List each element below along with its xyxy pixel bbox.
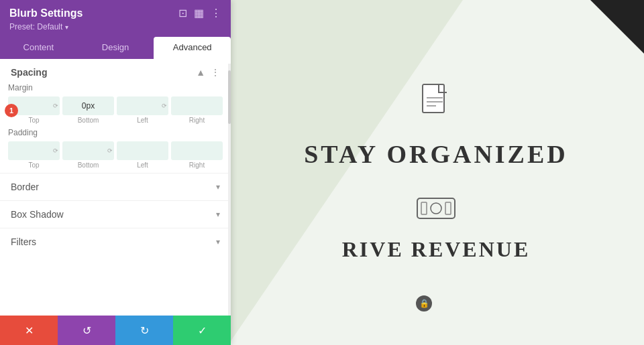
padding-bottom-cell: ⟳ Bottom: [62, 141, 114, 169]
responsive-icon[interactable]: ⊡: [178, 7, 187, 19]
more-options-icon[interactable]: ⋮: [211, 67, 220, 78]
border-chevron-icon: ▾: [216, 182, 220, 192]
margin-right-label: Right: [189, 117, 205, 124]
padding-right-cell: Right: [171, 141, 223, 169]
tab-content[interactable]: Content: [0, 37, 77, 59]
link-icon-4: ⟳: [107, 147, 113, 154]
save-button[interactable]: ✓: [173, 316, 231, 345]
preset-row[interactable]: Preset: Default ▾: [9, 22, 221, 31]
undo-button[interactable]: ↺: [58, 316, 115, 345]
margin-top-label: Top: [28, 117, 39, 124]
link-icon-2: ⟳: [162, 102, 167, 109]
preset-arrow-icon: ▾: [65, 23, 68, 31]
panel-header-icons: ⊡ ▦ ⋮: [178, 7, 221, 19]
border-label: Border: [11, 182, 39, 192]
document-icon: [420, 83, 452, 126]
margin-bottom-input[interactable]: [62, 96, 114, 115]
svg-rect-0: [423, 84, 444, 113]
money-icon: [416, 196, 456, 224]
scroll-thumb: [228, 70, 231, 124]
panel-title: Blurb Settings: [9, 7, 83, 19]
filters-chevron-icon: ▾: [216, 237, 220, 247]
padding-right-input[interactable]: [171, 141, 223, 160]
margin-left-cell: ⟳ Left: [117, 96, 168, 124]
scroll-bar: [228, 64, 231, 316]
margin-input-grid: ⟳ Top Bottom ⟳ Left: [8, 96, 223, 124]
padding-bottom-input[interactable]: [62, 141, 114, 160]
redo-button[interactable]: ↻: [115, 316, 173, 345]
padding-label: Padding: [8, 128, 223, 137]
box-shadow-chevron-icon: ▾: [216, 210, 220, 219]
panel-header: Blurb Settings ⊡ ▦ ⋮ Preset: Default ▾: [0, 0, 231, 37]
svg-rect-5: [421, 202, 427, 214]
border-section[interactable]: Border ▾: [0, 173, 231, 200]
padding-right-label: Right: [189, 161, 205, 169]
tab-advanced[interactable]: Advanced: [154, 37, 231, 59]
cancel-button[interactable]: ✕: [0, 316, 58, 345]
padding-top-cell: ⟳ Top: [8, 141, 60, 169]
preset-label: Preset: Default: [9, 22, 62, 31]
settings-panel: Blurb Settings ⊡ ▦ ⋮ Preset: Default ▾ C…: [0, 0, 231, 345]
box-shadow-section[interactable]: Box Shadow ▾: [0, 200, 231, 228]
svg-rect-6: [445, 202, 451, 214]
lock-button[interactable]: 🔒: [416, 295, 432, 312]
box-shadow-label: Box Shadow: [11, 209, 64, 220]
margin-right-cell: Right: [171, 96, 223, 124]
spacing-title: Spacing: [11, 67, 47, 78]
padding-input-grid: ⟳ Top ⟳ Bottom Left: [8, 141, 223, 169]
more-icon[interactable]: ⋮: [211, 7, 221, 19]
filters-section[interactable]: Filters ▾: [0, 228, 231, 255]
margin-bottom-label: Bottom: [78, 117, 99, 124]
padding-left-input[interactable]: [117, 141, 168, 160]
panel-footer: ✕ ↺ ↻ ✓: [0, 316, 231, 345]
filters-label: Filters: [11, 236, 36, 247]
margin-right-input[interactable]: [171, 96, 223, 115]
section-header-icons: ▲ ⋮: [196, 67, 220, 78]
spacing-section: Margin ⟳ Top Bottom: [0, 83, 231, 169]
margin-row: Margin ⟳ Top Bottom: [8, 83, 223, 124]
tab-design[interactable]: Design: [77, 37, 154, 59]
margin-left-input[interactable]: [117, 96, 168, 115]
drive-revenue-text: RIVE REVENUE: [342, 237, 530, 262]
svg-rect-4: [417, 198, 455, 218]
panel-header-top: Blurb Settings ⊡ ▦ ⋮: [9, 7, 221, 19]
padding-left-cell: Left: [117, 141, 168, 169]
panel-body: Spacing ▲ ⋮ Margin ⟳ Top: [0, 59, 231, 316]
margin-bottom-cell: Bottom: [62, 96, 114, 124]
spacing-section-header: Spacing ▲ ⋮: [0, 59, 231, 83]
padding-top-label: Top: [28, 161, 39, 169]
margin-label: Margin: [8, 83, 223, 92]
collapse-icon[interactable]: ▲: [196, 67, 205, 78]
padding-left-label: Left: [137, 161, 148, 169]
padding-bottom-label: Bottom: [78, 161, 99, 169]
svg-point-7: [431, 203, 441, 214]
stay-organized-text: STAY ORGANIZED: [304, 139, 568, 169]
link-icon-3: ⟳: [53, 147, 58, 154]
grid-icon[interactable]: ▦: [194, 7, 204, 19]
link-icon: ⟳: [53, 102, 58, 109]
notification-badge: 1: [5, 104, 18, 117]
main-content: STAY ORGANIZED RIVE REVENUE: [228, 0, 644, 345]
padding-top-input[interactable]: [8, 141, 60, 160]
padding-row: Padding ⟳ Top ⟳ Bottom: [8, 128, 223, 169]
margin-left-label: Left: [137, 117, 148, 124]
panel-tabs: Content Design Advanced: [0, 37, 231, 59]
